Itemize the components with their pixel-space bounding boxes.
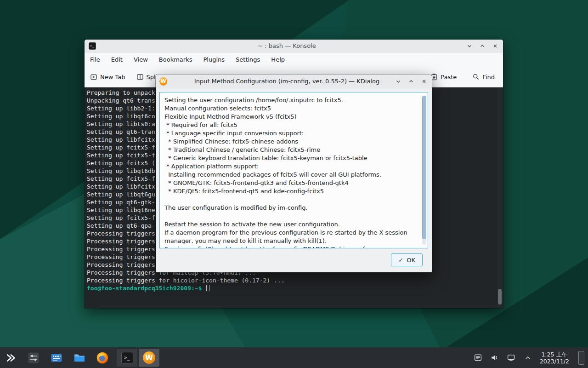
dialog-text-line: * KDE/Qt5: fcitx5-frontend-qt5 and kde-c… bbox=[164, 187, 416, 196]
dialog-text-line: * Application platform support: bbox=[164, 162, 416, 171]
system-tray: 1:25 上午 2023/11/2 bbox=[474, 351, 584, 365]
new-tab-button[interactable]: New Tab bbox=[90, 73, 125, 80]
new-tab-icon bbox=[90, 73, 97, 80]
volume-icon bbox=[490, 353, 499, 362]
task-kdialog[interactable]: W bbox=[139, 349, 159, 367]
menubar: FileEditViewBookmarksPluginsSettingsHelp bbox=[85, 52, 503, 66]
dialog-window-title: Input Method Configuration (im-config, v… bbox=[183, 78, 390, 85]
im-config-task-icon: W bbox=[143, 351, 155, 364]
ok-button[interactable]: ✓ OK bbox=[391, 253, 423, 266]
display-icon bbox=[507, 353, 515, 362]
find-button[interactable]: Find bbox=[472, 73, 495, 80]
menu-item[interactable]: View bbox=[128, 54, 153, 65]
maximize-button[interactable] bbox=[478, 42, 486, 50]
app-launcher-icon bbox=[5, 352, 17, 364]
ok-button-label: OK bbox=[407, 257, 415, 264]
close-icon bbox=[492, 43, 498, 49]
terminal-cursor bbox=[206, 285, 209, 291]
taskbar: >_ W 1:25 上午 2023/11/2 bbox=[0, 347, 588, 368]
file-manager-button[interactable] bbox=[73, 351, 86, 365]
dialog-text-line: * Traditional Chinese / generic Chinese:… bbox=[164, 146, 416, 154]
chevron-down-icon bbox=[467, 43, 472, 49]
dialog-text-line: * Generic keyboard translation table: fc… bbox=[164, 154, 416, 162]
new-tab-label: New Tab bbox=[100, 74, 125, 80]
dialog-text-line bbox=[164, 196, 416, 204]
konsole-app-icon: >_ bbox=[88, 42, 96, 50]
check-icon: ✓ bbox=[398, 257, 403, 264]
konsole-task-icon: >_ bbox=[121, 352, 133, 364]
split-view-icon bbox=[136, 73, 144, 80]
keyboard-icon bbox=[50, 351, 63, 364]
settings-sliders-button[interactable] bbox=[27, 351, 40, 365]
menu-item[interactable]: Settings bbox=[230, 54, 266, 65]
im-config-dialog: W Input Method Configuration (im-config,… bbox=[156, 75, 432, 272]
close-icon bbox=[421, 79, 427, 84]
chevron-up-icon bbox=[480, 43, 485, 49]
im-config-app-icon: W bbox=[159, 77, 167, 85]
dialog-text-line: * Language specific input conversion sup… bbox=[164, 129, 416, 138]
chevron-up-icon bbox=[408, 79, 414, 84]
input-method-config-button[interactable] bbox=[50, 351, 63, 365]
folder-icon bbox=[73, 351, 86, 364]
dialog-scrollbar-thumb[interactable] bbox=[422, 96, 426, 239]
clock[interactable]: 1:25 上午 2023/11/2 bbox=[540, 351, 569, 365]
firefox-button[interactable] bbox=[96, 351, 109, 365]
minimize-button[interactable] bbox=[465, 42, 474, 50]
menu-item[interactable]: Plugins bbox=[198, 54, 230, 65]
find-label: Find bbox=[482, 74, 495, 80]
firefox-icon bbox=[96, 351, 109, 364]
notifications-button[interactable] bbox=[474, 353, 483, 362]
dialog-text-line: * Simplified Chinese: fcitx5-chinese-add… bbox=[164, 138, 416, 146]
app-launcher-button[interactable] bbox=[4, 351, 17, 365]
dialog-text-line: * Required for all: fcitx5 bbox=[164, 121, 416, 129]
dialog-text-line: See im-config(8) and /usr/share/doc/im-c… bbox=[164, 245, 416, 248]
dialog-text-line: Restart the session to activate the new … bbox=[164, 220, 416, 229]
peek-desktop-button[interactable] bbox=[578, 351, 584, 365]
display-button[interactable] bbox=[507, 353, 516, 362]
dialog-text-line: Setting the user configuration /home/foo… bbox=[164, 96, 416, 104]
sliders-icon bbox=[27, 351, 40, 364]
dialog-text-line: The user configuration is modified by im… bbox=[164, 204, 416, 212]
prompt-row: foo@foo-standardpcq35ich92009:~$ bbox=[87, 284, 209, 292]
dialog-maximize-button[interactable] bbox=[407, 77, 415, 86]
menu-item[interactable]: Bookmarks bbox=[153, 54, 198, 65]
taskbar-running-apps: >_ W bbox=[117, 349, 159, 367]
terminal-line: Processing triggers for hicolor-icon-the… bbox=[87, 276, 284, 284]
close-button[interactable] bbox=[491, 42, 499, 50]
taskbar-launchers bbox=[4, 351, 109, 365]
terminal-scrollbar[interactable] bbox=[497, 88, 503, 307]
konsole-window-controls bbox=[465, 42, 499, 50]
paste-button[interactable]: Paste bbox=[430, 73, 457, 80]
clock-date: 2023/11/2 bbox=[540, 358, 569, 365]
dialog-message-area[interactable]: Setting the user configuration /home/foo… bbox=[159, 92, 428, 248]
notifications-icon bbox=[474, 353, 482, 362]
menu-item[interactable]: File bbox=[85, 54, 106, 65]
dialog-text-line bbox=[164, 212, 416, 220]
dialog-titlebar[interactable]: W Input Method Configuration (im-config,… bbox=[156, 75, 432, 88]
dialog-minimize-button[interactable] bbox=[394, 77, 402, 86]
dialog-text-line: Flexible Input Method Framework v5 (fcit… bbox=[164, 113, 416, 121]
volume-button[interactable] bbox=[490, 353, 499, 362]
dialog-text-line: Manual configuration selects: fcitx5 bbox=[164, 104, 416, 113]
dialog-text-line: Installing recommended packages of fcitx… bbox=[164, 171, 416, 179]
shell-prompt: foo@foo-standardpcq35ich92009:~$ bbox=[87, 285, 202, 292]
paste-label: Paste bbox=[441, 74, 457, 80]
dialog-window-controls bbox=[394, 77, 428, 86]
chevron-down-icon bbox=[396, 79, 401, 84]
konsole-titlebar[interactable]: >_ ~ : bash — Konsole bbox=[85, 40, 503, 52]
dialog-close-button[interactable] bbox=[420, 77, 428, 86]
clock-time: 1:25 上午 bbox=[540, 351, 569, 358]
search-icon bbox=[472, 73, 480, 80]
tray-expander-button[interactable] bbox=[523, 353, 532, 362]
konsole-window-title: ~ : bash — Konsole bbox=[112, 42, 462, 49]
toolbar-right-group: Paste Find bbox=[430, 73, 495, 80]
terminal-scrollbar-thumb[interactable] bbox=[498, 289, 502, 305]
dialog-text-line: * GNOME/GTK: fcitx5-frontend-gtk3 and fc… bbox=[164, 179, 416, 187]
menu-item[interactable]: Edit bbox=[106, 54, 128, 65]
menu-item[interactable]: Help bbox=[266, 54, 290, 65]
dialog-text-line: If a daemon program for the previous con… bbox=[164, 229, 416, 237]
chevron-up-icon bbox=[524, 354, 531, 362]
dialog-text-line: manager, you may need to kill it manuall… bbox=[164, 237, 416, 245]
task-konsole[interactable]: >_ bbox=[117, 349, 137, 367]
